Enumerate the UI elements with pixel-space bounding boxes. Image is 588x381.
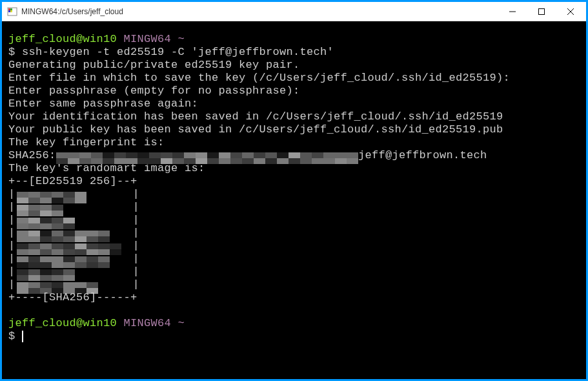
maximize-button[interactable] — [527, 2, 556, 21]
output-line: The key fingerprint is: — [8, 136, 580, 149]
env-label: MINGW64 — [124, 33, 172, 45]
terminal-window: MINGW64:/c/Users/jeff_cloud jeff_cloud@w… — [2, 2, 586, 379]
randomart-row: || — [8, 188, 580, 201]
minimize-icon — [509, 8, 516, 15]
prompt-dollar: $ — [8, 330, 15, 342]
close-button[interactable] — [556, 2, 585, 21]
close-icon — [567, 8, 574, 15]
terminal-icon — [7, 6, 17, 17]
output-line: The key's randomart image is: — [8, 162, 580, 175]
randomart-bottom: +----[SHA256]-----+ — [8, 291, 580, 304]
redacted-randomart — [17, 214, 68, 226]
output-line: Enter file in which to save the key (/c/… — [8, 72, 580, 85]
fingerprint-line: SHA256: jeff@jeffbrown.tech — [8, 149, 580, 162]
output-line: Your identification has been saved in /c… — [8, 110, 580, 123]
path-label: ~ — [178, 33, 185, 45]
redacted-randomart — [17, 227, 101, 239]
env-label: MINGW64 — [124, 317, 172, 329]
redacted-randomart — [17, 279, 88, 291]
maximize-icon — [538, 8, 545, 15]
redacted-fingerprint — [56, 149, 352, 161]
command-line: $ ssh-keygen -t ed25519 -C 'jeff@jeffbro… — [8, 46, 580, 59]
redacted-randomart — [17, 266, 75, 278]
randomart-row: || — [8, 227, 580, 240]
blank-line — [8, 304, 580, 317]
user-host: jeff_cloud@win10 — [8, 317, 117, 329]
randomart-row: || — [8, 240, 580, 252]
sha-prefix: SHA256: — [8, 149, 56, 161]
prompt-line: $ — [8, 330, 580, 343]
svg-rect-3 — [8, 10, 10, 12]
window-title: MINGW64:/c/Users/jeff_cloud — [21, 7, 498, 16]
prompt-line: jeff_cloud@win10 MINGW64 ~ — [8, 33, 580, 46]
randomart-row: || — [8, 278, 580, 291]
output-line: Enter same passphrase again: — [8, 98, 580, 110]
minimize-button[interactable] — [498, 2, 527, 21]
user-host: jeff_cloud@win10 — [8, 33, 117, 45]
randomart-row: || — [8, 214, 580, 227]
terminal-body[interactable]: jeff_cloud@win10 MINGW64 ~ $ ssh-keygen … — [2, 21, 586, 379]
cursor — [22, 331, 23, 342]
redacted-randomart — [17, 253, 101, 265]
svg-rect-4 — [10, 10, 12, 12]
titlebar[interactable]: MINGW64:/c/Users/jeff_cloud — [2, 2, 586, 21]
prompt-dollar: $ — [8, 46, 15, 58]
svg-rect-2 — [10, 8, 12, 10]
output-line: Your public key has been saved in /c/Use… — [8, 123, 580, 136]
randomart-row: || — [8, 201, 580, 214]
randomart-row: || — [8, 252, 580, 265]
svg-rect-1 — [8, 8, 10, 10]
svg-rect-6 — [538, 8, 544, 14]
redacted-randomart — [17, 240, 114, 252]
redacted-randomart — [17, 189, 81, 200]
window-controls — [498, 2, 585, 21]
output-line: Enter passphrase (empty for no passphras… — [8, 85, 580, 98]
randomart-top: +--[ED25519 256]--+ — [8, 175, 580, 188]
command-text: ssh-keygen -t ed25519 -C 'jeff@jeffbrown… — [22, 46, 334, 58]
output-line: Generating public/private ed25519 key pa… — [8, 59, 580, 72]
prompt-line: jeff_cloud@win10 MINGW64 ~ — [8, 317, 580, 330]
path-label: ~ — [178, 317, 185, 329]
redacted-randomart — [17, 201, 56, 213]
sha-suffix: jeff@jeffbrown.tech — [352, 149, 487, 161]
